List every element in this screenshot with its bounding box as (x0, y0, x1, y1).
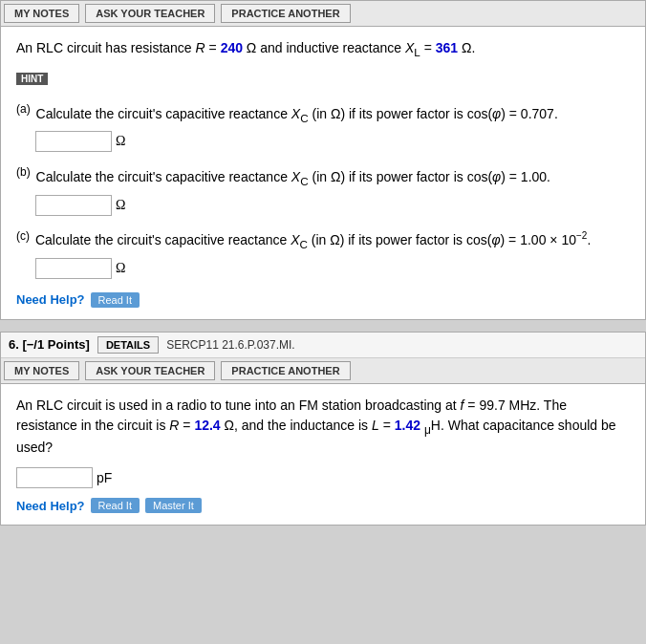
problem-5-block: MY NOTES ASK YOUR TEACHER PRACTICE ANOTH… (0, 0, 646, 320)
hint-badge-5: HINT (16, 73, 48, 85)
ask-teacher-button-5[interactable]: ASK YOUR TEACHER (85, 4, 215, 23)
part-b-input[interactable] (35, 195, 112, 216)
part-c-input[interactable] (35, 258, 112, 279)
sub-part-c: (c) Calculate the circuit's capacitive r… (16, 229, 630, 279)
problem-6-block: 6. [−/1 Points] DETAILS SERCP11 21.6.P.0… (0, 332, 646, 526)
part-a-question: Calculate the circuit's capacitive react… (36, 106, 558, 121)
part-a-input-row: Ω (35, 131, 630, 152)
r-value-5: 240 (221, 40, 243, 55)
sub-part-b: (b) Calculate the circuit's capacitive r… (16, 165, 630, 215)
need-help-5: Need Help? Read It (16, 292, 630, 308)
part-a-input[interactable] (35, 131, 112, 152)
problem-6-id: SERCP11 21.6.P.037.MI. (166, 338, 295, 352)
details-button-6[interactable]: DETAILS (97, 336, 159, 354)
ask-teacher-button-6[interactable]: ASK YOUR TEACHER (85, 361, 215, 380)
part-c-unit: Ω (116, 261, 125, 276)
part-c-label: (c) (16, 229, 30, 243)
problem-5-content: An RLC circuit has resistance R = 240 Ω … (1, 27, 645, 319)
problem-6-input-row: pF (16, 467, 630, 488)
xl-value-5: 361 (436, 40, 458, 55)
need-help-6: Need Help? Read It Master It (16, 498, 630, 513)
problem-5-statement: An RLC circuit has resistance R = 240 Ω … (16, 38, 630, 60)
need-help-label-6: Need Help? (16, 499, 85, 513)
problem-6-content: An RLC circuit is used in a radio to tun… (1, 384, 645, 526)
problem-6-statement: An RLC circuit is used in a radio to tun… (16, 396, 630, 459)
problem-6-points: 6. [−/1 Points] (9, 337, 90, 352)
practice-another-button-5[interactable]: PRACTICE ANOTHER (221, 4, 350, 23)
r-value-6: 12.4 (194, 418, 220, 433)
need-help-label-5: Need Help? (16, 292, 85, 307)
part-c-question: Calculate the circuit's capacitive react… (35, 232, 591, 247)
part-b-unit: Ω (116, 198, 125, 213)
master-it-button-6[interactable]: Master It (145, 498, 202, 513)
problem-5-toolbar: MY NOTES ASK YOUR TEACHER PRACTICE ANOTH… (1, 1, 645, 27)
problem-6-input[interactable] (16, 467, 93, 488)
part-b-question: Calculate the circuit's capacitive react… (36, 169, 550, 184)
read-it-button-6[interactable]: Read It (91, 498, 140, 513)
part-b-input-row: Ω (35, 195, 630, 216)
part-a-label: (a) (16, 102, 31, 116)
practice-another-button-6[interactable]: PRACTICE ANOTHER (221, 361, 350, 380)
read-it-button-5[interactable]: Read It (91, 292, 140, 308)
my-notes-button-6[interactable]: MY NOTES (4, 361, 79, 380)
problem-6-toolbar: MY NOTES ASK YOUR TEACHER PRACTICE ANOTH… (1, 358, 645, 384)
my-notes-button-5[interactable]: MY NOTES (4, 4, 79, 23)
problem-6-unit: pF (97, 470, 112, 485)
part-a-unit: Ω (116, 134, 125, 149)
sub-part-a: (a) Calculate the circuit's capacitive r… (16, 102, 630, 152)
problem-6-header: 6. [−/1 Points] DETAILS SERCP11 21.6.P.0… (1, 333, 645, 358)
l-value-6: 1.42 (395, 418, 420, 433)
part-c-input-row: Ω (35, 258, 630, 279)
part-b-label: (b) (16, 165, 31, 179)
